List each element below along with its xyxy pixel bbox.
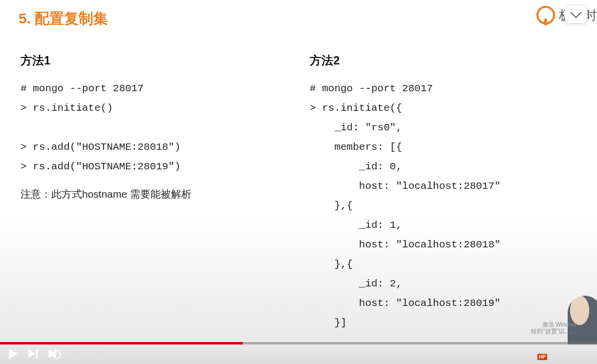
presenter-avatar [568, 296, 597, 344]
method1-heading: 方法1 [21, 53, 275, 68]
method2-heading: 方法2 [310, 53, 583, 68]
method1-column: 方法1 # mongo --port 28017 > rs.initiate()… [21, 53, 275, 201]
hp-badge-icon: HP [537, 354, 547, 360]
method1-code: # mongo --port 28017 > rs.initiate() > r… [21, 79, 275, 177]
current-time: 8:05 [72, 350, 85, 358]
play-icon[interactable] [9, 348, 18, 359]
volume-icon[interactable] [48, 348, 59, 359]
watermark-line1: 激活 Window [531, 321, 576, 328]
watermark-line2: 转到"设置"以…… [531, 328, 576, 335]
total-duration: 16:54 [91, 350, 108, 358]
method1-note: 注意：此方式hostname 需要能被解析 [21, 187, 275, 201]
next-icon[interactable] [28, 349, 38, 358]
chevron-down-icon [571, 7, 582, 19]
slide-area: 5. 配置复制集 极客时 方法1 # mongo --port 28017 > … [0, 0, 597, 364]
method2-column: 方法2 # mongo --port 28017 > rs.initiate({… [310, 53, 583, 333]
brand-logo-icon [536, 6, 555, 24]
page-title: 5. 配置复制集 [19, 9, 108, 29]
windows-activation-watermark: 激活 Window 转到"设置"以…… [531, 321, 576, 335]
method2-code: # mongo --port 28017 > rs.initiate({ _id… [310, 79, 583, 333]
video-player-controls: 8:05 / 16:54 https://blog.csdn.netHPngka… [0, 344, 597, 364]
video-time: 8:05 / 16:54 [72, 350, 108, 358]
source-url-watermark: https://blog.csdn.netHPngkai558919 [475, 352, 587, 360]
expand-toggle-button[interactable] [565, 5, 587, 23]
